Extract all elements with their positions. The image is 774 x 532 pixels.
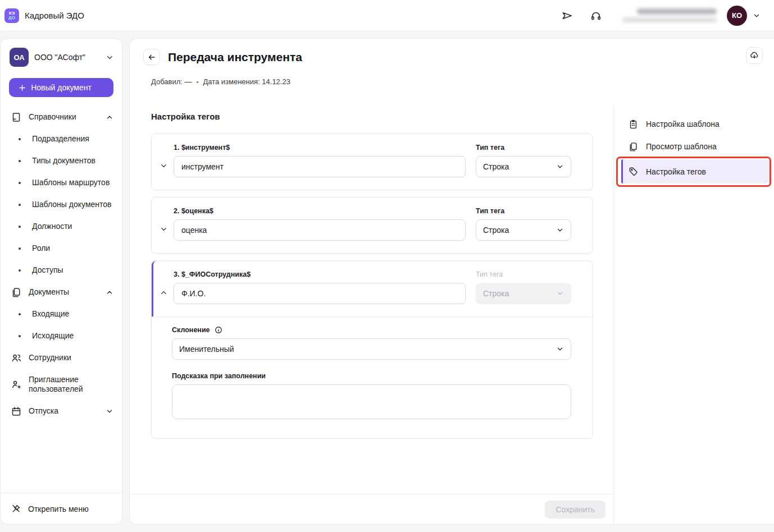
tag-name-input[interactable] — [174, 219, 466, 241]
chevron-down-icon[interactable] — [753, 12, 761, 20]
bullet-icon — [19, 182, 21, 184]
sidebar-item-label: Справочники — [29, 112, 99, 122]
declension-select[interactable]: Именительный — [172, 338, 571, 360]
sidebar-item-directories[interactable]: Справочники — [1, 106, 122, 128]
tag-label: 2. $оценка$ — [174, 207, 466, 215]
sidebar-item-label: Шаблоны документов — [32, 200, 113, 209]
template-steps-panel: Настройка шаблона Просмотр шаблона Настр… — [614, 105, 774, 524]
new-document-button[interactable]: Новый документ — [9, 78, 113, 97]
tag-card-3: 3. $_ФИОСотрудника$ Тип тега Строка — [151, 260, 593, 439]
new-document-label: Новый документ — [17, 83, 106, 92]
unpin-menu-button[interactable]: Открепить меню — [1, 493, 122, 524]
person-plus-icon — [11, 379, 22, 390]
page-title: Передача инструмента — [168, 51, 302, 64]
declension-label: Склонение — [172, 326, 210, 334]
fill-hint-label: Подсказка при заполнении — [172, 372, 266, 380]
company-selector[interactable]: ОА ООО "АСофт" — [1, 39, 122, 71]
tag-label: 1. $инструмент$ — [174, 144, 466, 152]
page-header: Передача инструмента Добавил: — • Дата и… — [130, 39, 774, 105]
user-menu[interactable]: КО — [618, 5, 761, 26]
modified-date-label: Дата изменения: 14.12.23 — [203, 77, 290, 86]
info-icon[interactable] — [215, 326, 222, 334]
sidebar-item-label: Исходящие — [32, 331, 113, 341]
pages-icon — [628, 141, 639, 152]
declension-value: Именительный — [179, 345, 234, 354]
sidebar-item-document-templates[interactable]: Шаблоны документов — [1, 194, 122, 215]
chevron-down-icon[interactable] — [106, 407, 113, 415]
sidebar-item-outgoing[interactable]: Исходящие — [1, 325, 122, 347]
expand-chevron-icon[interactable] — [160, 225, 168, 233]
bullet-icon — [19, 335, 21, 337]
sidebar-item-employees[interactable]: Сотрудники — [1, 347, 122, 369]
send-button[interactable] — [559, 8, 574, 23]
tag-type-select[interactable]: Строка — [476, 219, 571, 241]
clipboard-icon — [628, 119, 639, 130]
tag-name-input[interactable] — [174, 156, 466, 177]
meta-separator: • — [197, 79, 199, 85]
bullet-icon — [19, 269, 21, 272]
fill-hint-textarea[interactable] — [172, 384, 571, 419]
step-template-settings[interactable]: Настройка шаблона — [621, 113, 770, 135]
plus-icon — [18, 84, 26, 92]
tag-name-input[interactable] — [174, 283, 466, 304]
people-icon — [11, 352, 22, 364]
sidebar-item-label: Приглашение пользователей — [29, 375, 113, 394]
user-name-redacted — [637, 8, 717, 15]
step-label: Настройка шаблона — [646, 120, 720, 129]
sidebar-item-vacations[interactable]: Отпуска — [1, 400, 122, 422]
sidebar-item-invite-users[interactable]: Приглашение пользователей — [1, 369, 122, 400]
tag-type-select-disabled: Строка — [476, 283, 571, 304]
bullet-icon — [19, 138, 21, 140]
user-email-redacted — [622, 17, 717, 22]
chevron-down-icon — [556, 226, 564, 234]
user-info-redacted — [618, 5, 721, 26]
sidebar-item-roles[interactable]: Роли — [1, 237, 122, 259]
sidebar-item-positions[interactable]: Должности — [1, 215, 122, 237]
tag-card-expanded-body: Склонение Именительный Подсказка при зап… — [152, 317, 593, 438]
support-button[interactable] — [589, 8, 603, 23]
tag-type-label: Тип тега — [476, 270, 571, 278]
sidebar-item-label: Отпуска — [29, 406, 99, 416]
sidebar-item-incoming[interactable]: Входящие — [1, 303, 122, 325]
chevron-up-icon[interactable] — [106, 288, 113, 296]
sidebar-item-label: Шаблоны маршрутов — [32, 178, 113, 187]
tag-type-label: Тип тега — [476, 144, 571, 152]
expand-chevron-icon[interactable] — [160, 162, 168, 170]
save-button[interactable]: Сохранить — [545, 501, 605, 519]
topbar: КЭ ДО Кадровый ЭДО КО — [0, 0, 774, 31]
sidebar-item-departments[interactable]: Подразделения — [1, 128, 122, 150]
section-title: Настройка тегов — [151, 112, 593, 121]
pin-off-icon — [11, 503, 21, 514]
sidebar-item-documents[interactable]: Документы — [1, 281, 122, 303]
tags-form: Настройка тегов 1. $инструмент$ Тип тега… — [130, 105, 614, 524]
back-button[interactable] — [143, 49, 160, 65]
chevron-up-icon[interactable] — [106, 113, 113, 121]
sidebar-item-label: Роли — [32, 244, 113, 253]
unpin-menu-label: Открепить меню — [28, 505, 89, 513]
sidebar-item-document-types[interactable]: Типы документов — [1, 150, 122, 172]
user-avatar[interactable]: КО — [727, 6, 747, 26]
company-avatar: ОА — [10, 48, 29, 67]
arrow-left-icon — [147, 53, 156, 62]
step-template-preview[interactable]: Просмотр шаблона — [621, 135, 770, 158]
chevron-down-icon[interactable] — [106, 53, 114, 62]
sidebar-item-accesses[interactable]: Доступы — [1, 259, 122, 281]
chevron-down-icon — [556, 345, 564, 353]
document-meta: Добавил: — • Дата изменения: 14.12.23 — [151, 77, 761, 86]
logo-line2: ДО — [8, 16, 15, 20]
cloud-download-icon — [749, 51, 759, 61]
sidebar-item-label: Должности — [32, 222, 113, 231]
form-footer: Сохранить — [130, 494, 613, 524]
tag-type-select[interactable]: Строка — [476, 156, 571, 177]
download-button[interactable] — [746, 47, 763, 64]
tag-type-value: Строка — [483, 226, 509, 235]
app-title: Кадровый ЭДО — [25, 11, 84, 20]
step-tags-settings-active[interactable]: Настройка тегов — [621, 159, 770, 184]
step-label: Настройка тегов — [646, 167, 706, 176]
pages-icon — [11, 287, 22, 298]
sidebar-item-route-templates[interactable]: Шаблоны маршрутов — [1, 172, 122, 194]
bullet-icon — [19, 204, 21, 206]
chevron-down-icon — [556, 290, 564, 297]
collapse-chevron-icon[interactable] — [160, 288, 168, 297]
sidebar-item-label: Доступы — [32, 265, 113, 275]
